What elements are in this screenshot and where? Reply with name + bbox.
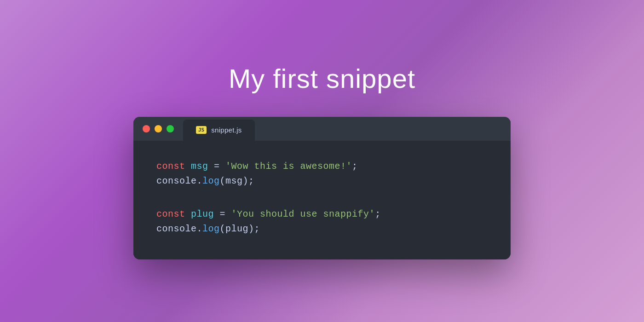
code-block-2: const plug = 'You should use snappify'; … — [156, 207, 488, 236]
code-line-2-2: console.log(plug); — [156, 222, 488, 236]
editor-window: JS snippet.js const msg = 'Wow this is a… — [133, 117, 511, 259]
page-title: My first snippet — [229, 63, 415, 94]
tab-filename: snippet.js — [211, 126, 242, 134]
file-tab[interactable]: JS snippet.js — [183, 120, 255, 141]
minimize-button-icon[interactable] — [155, 125, 162, 132]
code-line-2-1: const plug = 'You should use snappify'; — [156, 207, 488, 222]
code-block-1: const msg = 'Wow this is awesome!'; cons… — [156, 159, 488, 189]
js-badge: JS — [196, 126, 207, 134]
code-line-1-2: console.log(msg); — [156, 174, 488, 189]
maximize-button-icon[interactable] — [167, 125, 174, 132]
close-button-icon[interactable] — [143, 125, 150, 132]
code-area: const msg = 'Wow this is awesome!'; cons… — [133, 141, 511, 259]
window-controls — [133, 117, 183, 141]
titlebar: JS snippet.js — [133, 117, 511, 141]
code-line-1-1: const msg = 'Wow this is awesome!'; — [156, 159, 488, 174]
